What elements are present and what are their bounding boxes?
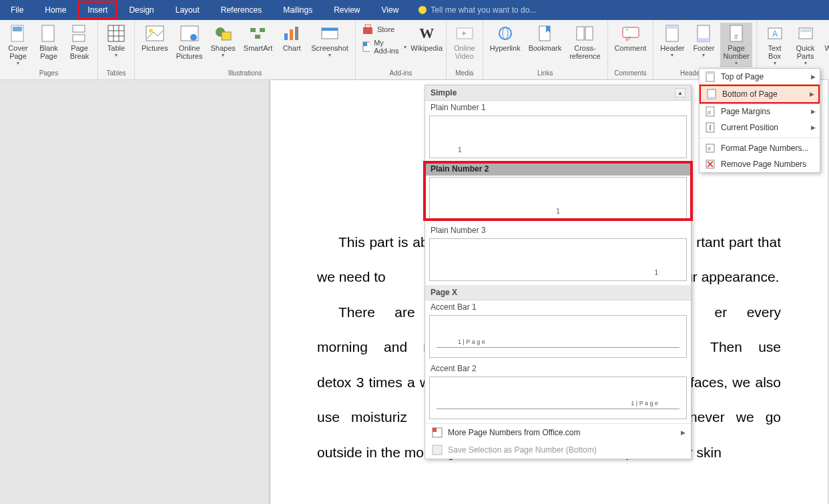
page-bottom-icon	[706, 89, 717, 99]
page-number-menu: Top of Page▶ Bottom of Page▶ #Page Margi…	[699, 68, 820, 173]
remove-icon	[705, 159, 716, 170]
svg-rect-3	[73, 25, 85, 32]
hyperlink-button[interactable]: Hyperlink	[487, 23, 523, 53]
svg-rect-23	[322, 28, 338, 31]
group-comments-label: Comments	[612, 69, 649, 78]
bookmark-button[interactable]: Bookmark	[526, 23, 565, 53]
svg-rect-19	[284, 33, 288, 40]
tab-review[interactable]: Review	[323, 0, 370, 20]
chart-button[interactable]: Chart	[278, 23, 306, 53]
gallery-item-plain1[interactable]: Plain Number 1 1	[425, 101, 691, 158]
menu-top-of-page[interactable]: Top of Page▶	[700, 69, 820, 85]
svg-point-30	[499, 27, 511, 39]
scroll-up-button[interactable]: ▲	[675, 88, 685, 97]
page-number-button[interactable]: #PageNumber▾	[720, 23, 752, 67]
svg-rect-42	[698, 38, 710, 41]
group-illustrations: Pictures OnlinePictures Shapes▾ SmartArt…	[135, 20, 356, 79]
tab-home[interactable]: Home	[34, 0, 77, 20]
tab-view[interactable]: View	[371, 0, 410, 20]
online-pictures-button[interactable]: OnlinePictures	[174, 23, 206, 61]
tab-insert[interactable]: Insert	[77, 1, 117, 19]
smartart-button[interactable]: SmartArt	[241, 23, 275, 53]
tab-file[interactable]: File	[0, 0, 34, 20]
header-button[interactable]: Header▾	[657, 23, 687, 59]
svg-point-11	[149, 29, 153, 33]
gallery-item-accent1[interactable]: Accent Bar 1 1 | P a g e	[425, 300, 691, 358]
gallery-item-plain2[interactable]: Plain Number 2 1	[425, 162, 691, 220]
addins-icon	[362, 41, 370, 52]
svg-rect-24	[363, 27, 372, 34]
menu-current-position[interactable]: Current Position▶	[700, 119, 820, 136]
gallery-header-pagex: Page X	[425, 285, 691, 300]
save-selection: Save Selection as Page Number (Bottom)	[425, 441, 691, 459]
bulb-icon	[419, 6, 427, 14]
page-break-button[interactable]: PageBreak	[65, 23, 93, 61]
more-from-office[interactable]: More Page Numbers from Office.com▶	[425, 424, 691, 441]
comment-button[interactable]: +Comment	[612, 23, 649, 53]
svg-rect-40	[666, 25, 678, 29]
svg-point-13	[190, 34, 197, 41]
group-tables: Table▾ Tables	[98, 20, 135, 79]
svg-marker-37	[627, 37, 631, 41]
preview-plain3: 1	[429, 238, 687, 281]
shapes-button[interactable]: Shapes▾	[208, 23, 238, 59]
cross-reference-button[interactable]: Cross-reference	[567, 23, 603, 61]
gallery-item-plain3[interactable]: Plain Number 3 1	[425, 224, 691, 281]
menu-page-margins[interactable]: #Page Margins▶	[700, 103, 820, 119]
svg-rect-27	[363, 42, 367, 46]
tell-me-search[interactable]: Tell me what you want to do...	[409, 0, 536, 20]
tell-me-label: Tell me what you want to do...	[431, 5, 536, 15]
page-number-gallery: Simple▲ Plain Number 1 1 Plain Number 2 …	[425, 85, 692, 459]
pictures-button[interactable]: Pictures	[139, 23, 171, 53]
menu-remove-page-numbers[interactable]: Remove Page Numbers	[700, 156, 820, 172]
svg-rect-63	[433, 428, 437, 432]
preview-plain1: 1	[429, 115, 687, 158]
gallery-item-accent2[interactable]: Accent Bar 2 1 | P a g e	[425, 362, 691, 419]
menu-format-page-numbers[interactable]: #Format Page Numbers...	[700, 140, 820, 156]
svg-rect-4	[73, 35, 85, 41]
menu-bottom-of-page[interactable]: Bottom of Page▶	[700, 85, 820, 103]
quick-parts-button[interactable]: QuickParts▾	[792, 23, 820, 67]
svg-point-31	[503, 27, 508, 39]
tab-mailings[interactable]: Mailings	[272, 0, 323, 20]
table-button[interactable]: Table▾	[102, 23, 130, 59]
preview-plain2: 1	[429, 177, 687, 220]
cover-page-button[interactable]: CoverPage▾	[4, 23, 32, 67]
wikipedia-icon: W	[419, 25, 434, 42]
group-addins-label: Add-ins	[360, 69, 442, 78]
svg-rect-50	[706, 72, 714, 74]
svg-text:#: #	[708, 146, 711, 152]
store-button[interactable]: Store	[360, 23, 409, 36]
group-media-label: Media	[451, 69, 479, 78]
svg-rect-16	[250, 28, 256, 32]
online-video-button[interactable]: OnlineVideo	[451, 23, 479, 61]
preview-accent2: 1 | P a g e	[429, 376, 687, 419]
svg-rect-2	[42, 25, 54, 41]
group-pages-label: Pages	[4, 69, 93, 78]
svg-rect-5	[108, 25, 124, 41]
page-top-icon	[705, 71, 716, 82]
blank-page-button[interactable]: BlankPage	[35, 23, 63, 61]
tab-design[interactable]: Design	[118, 0, 164, 20]
tab-layout[interactable]: Layout	[165, 0, 210, 20]
format-icon: #	[705, 143, 716, 154]
my-addins-button[interactable]: My Add-ins ▾	[360, 37, 409, 56]
preview-accent1: 1 | P a g e	[429, 315, 687, 358]
screenshot-button[interactable]: Screenshot▾	[308, 23, 351, 59]
svg-text:+: +	[625, 27, 629, 33]
text-box-button[interactable]: ATextBox▾	[761, 23, 789, 67]
group-addins: Store My Add-ins ▾ WWikipedia Add-ins	[356, 20, 447, 79]
svg-rect-20	[290, 29, 293, 40]
group-links: Hyperlink Bookmark Cross-reference Links	[483, 20, 608, 79]
group-pages: CoverPage▾ BlankPage PageBreak Pages	[0, 20, 98, 79]
group-illustrations-label: Illustrations	[139, 69, 351, 78]
footer-button[interactable]: Footer▾	[689, 23, 718, 59]
svg-text:A: A	[772, 29, 778, 39]
group-tables-label: Tables	[102, 69, 130, 78]
wikipedia-button[interactable]: WWikipedia	[412, 23, 442, 53]
svg-rect-52	[708, 97, 716, 99]
svg-rect-17	[260, 28, 265, 32]
wordart-button[interactable]: AWordArt▾	[822, 23, 829, 59]
ribbon-tabs: File Home Insert Design Layout Reference…	[0, 0, 829, 20]
tab-references[interactable]: References	[210, 0, 272, 20]
